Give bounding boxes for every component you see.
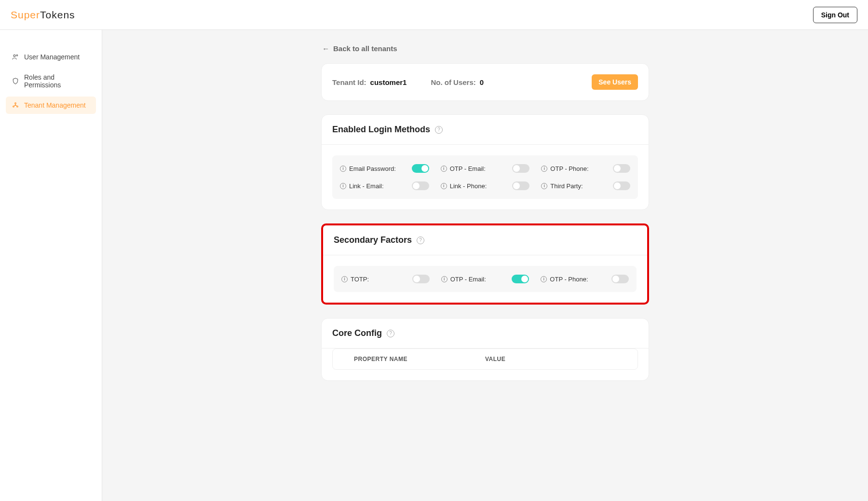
logo-tokens: Tokens [40,9,75,21]
help-icon[interactable]: ? [387,330,394,337]
core-config-table: PROPERTY NAME VALUE [332,348,638,370]
help-icon[interactable]: ? [417,237,424,244]
secondary-factors-card: Secondary Factors ? i TOTP: [323,225,647,303]
content: ← Back to all tenants Tenant Id: custome… [321,44,649,482]
login-methods-grid: i Email Password: i OTP - Email: [332,155,638,199]
tenant-header-card: Tenant Id: customer1 No. of Users: 0 See… [321,63,649,101]
toggle-label: OTP - Phone: [550,165,588,172]
core-config-table-header: PROPERTY NAME VALUE [333,349,637,369]
sign-out-button[interactable]: Sign Out [813,7,857,23]
toggle-otp-email: i OTP - Email: [441,164,530,173]
sidebar-item-roles-permissions[interactable]: Roles and Permissions [6,69,96,94]
toggle-switch-otp-phone[interactable] [613,164,630,173]
toggle-link-email: i Link - Email: [340,181,429,190]
login-methods-header: Enabled Login Methods ? [322,115,649,145]
info-icon[interactable]: i [441,183,447,189]
toggle-totp: i TOTP: [341,275,430,283]
tenant-users-value: 0 [480,78,484,86]
col-value: VALUE [485,356,616,362]
help-icon[interactable]: ? [435,126,443,134]
secondary-factors-grid: i TOTP: i OTP - Email: [334,266,637,292]
main: ← Back to all tenants Tenant Id: custome… [102,30,868,501]
toggle-sf-otp-email: i OTP - Email: [441,275,529,283]
toggle-switch-link-phone[interactable] [512,181,529,190]
back-to-tenants-link[interactable]: ← Back to all tenants [321,44,649,53]
arrow-left-icon: ← [322,44,329,53]
col-property-name: PROPERTY NAME [354,356,485,362]
logo[interactable]: SuperTokens [11,9,75,21]
header: SuperTokens Sign Out [0,0,868,30]
secondary-factors-header: Secondary Factors ? [323,225,647,255]
core-config-title: Core Config [332,328,382,338]
toggle-switch-link-email[interactable] [412,181,429,190]
toggle-third-party: i Third Party: [541,181,630,190]
core-config-header: Core Config ? [322,319,649,348]
toggle-label: Link - Phone: [450,182,487,190]
see-users-button[interactable]: See Users [592,74,638,90]
toggle-otp-phone: i OTP - Phone: [541,164,630,173]
login-methods-body: i Email Password: i OTP - Email: [322,145,649,209]
toggle-label: Link - Email: [349,182,384,190]
tenant-icon [12,101,19,109]
info-icon[interactable]: i [340,183,346,189]
toggle-switch-email-password[interactable] [412,164,429,173]
toggle-switch-third-party[interactable] [613,181,630,190]
sidebar: User Management Roles and Permissions Te… [0,30,102,501]
secondary-factors-body: i TOTP: i OTP - Email: [323,255,647,303]
sidebar-item-label: User Management [24,53,80,61]
tenant-users-label: No. of Users: [431,78,475,86]
toggle-switch-sf-otp-phone[interactable] [611,275,629,283]
secondary-factors-title: Secondary Factors [334,235,412,245]
info-icon[interactable]: i [340,166,346,172]
tenant-id-group: Tenant Id: customer1 [332,78,407,86]
toggle-link-phone: i Link - Phone: [441,181,530,190]
tenant-id-label: Tenant Id: [332,78,366,86]
logo-super: Super [11,9,40,21]
info-icon[interactable]: i [541,183,547,189]
toggle-email-password: i Email Password: [340,164,429,173]
back-link-label: Back to all tenants [333,44,397,53]
login-methods-title: Enabled Login Methods [332,125,430,135]
toggle-switch-sf-otp-email[interactable] [512,275,529,283]
tenant-info: Tenant Id: customer1 No. of Users: 0 [332,78,484,86]
toggle-label: OTP - Email: [450,165,486,172]
tenant-users-group: No. of Users: 0 [431,78,484,86]
info-icon[interactable]: i [341,276,348,282]
toggle-switch-otp-email[interactable] [512,164,529,173]
toggle-label: Email Password: [349,165,396,172]
svg-point-0 [14,55,15,56]
core-config-card: Core Config ? PROPERTY NAME VALUE [321,318,649,381]
info-icon[interactable]: i [541,166,547,172]
sidebar-item-user-management[interactable]: User Management [6,48,96,66]
svg-point-1 [16,55,18,56]
svg-point-2 [15,103,16,104]
layout: User Management Roles and Permissions Te… [0,30,868,501]
toggle-sf-otp-phone: i OTP - Phone: [541,275,629,283]
login-methods-card: Enabled Login Methods ? i Email Password… [321,114,649,210]
info-icon[interactable]: i [441,276,448,282]
core-config-body: PROPERTY NAME VALUE [322,348,649,380]
sidebar-item-tenant-management[interactable]: Tenant Management [6,97,96,114]
sidebar-item-label: Roles and Permissions [24,73,90,89]
shield-icon [12,77,19,85]
toggle-switch-totp[interactable] [412,275,430,283]
tenant-id-value: customer1 [370,78,407,86]
users-icon [12,53,19,61]
info-icon[interactable]: i [541,276,547,282]
toggle-label: Third Party: [550,182,583,190]
info-icon[interactable]: i [441,166,447,172]
toggle-label: OTP - Phone: [550,276,588,283]
secondary-factors-highlight: Secondary Factors ? i TOTP: [321,223,649,305]
sidebar-item-label: Tenant Management [24,101,86,109]
toggle-label: OTP - Email: [450,276,486,283]
toggle-label: TOTP: [351,276,369,283]
